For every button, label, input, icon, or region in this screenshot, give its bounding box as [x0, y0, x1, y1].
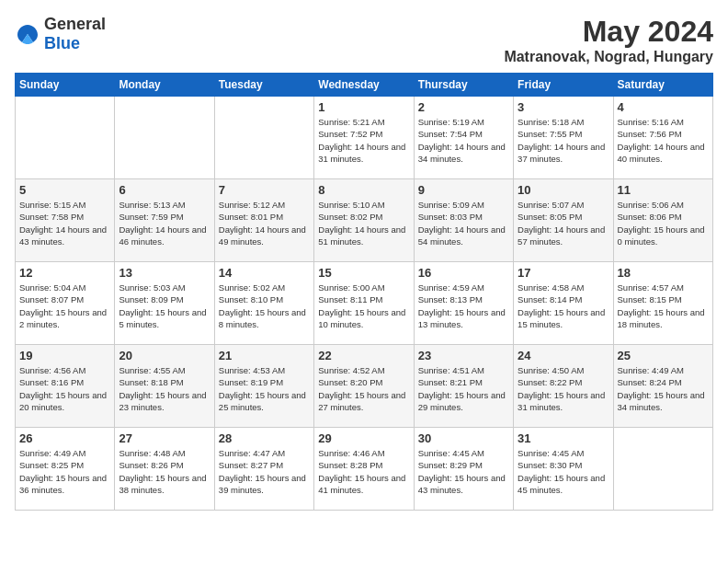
day-info: Sunrise: 4:48 AMSunset: 8:26 PMDaylight:… [119, 447, 210, 496]
logo-blue: Blue [44, 34, 80, 52]
day-number: 9 [418, 183, 509, 197]
calendar-cell: 15Sunrise: 5:00 AMSunset: 8:11 PMDayligh… [314, 262, 414, 345]
day-info: Sunrise: 4:57 AMSunset: 8:15 PMDaylight:… [618, 282, 709, 330]
weekday-header-saturday: Saturday [613, 74, 712, 97]
day-info: Sunrise: 5:10 AMSunset: 8:02 PMDaylight:… [318, 199, 409, 247]
day-number: 16 [418, 266, 509, 280]
day-number: 31 [518, 431, 609, 445]
calendar-cell: 1Sunrise: 5:21 AMSunset: 7:52 PMDaylight… [314, 97, 414, 179]
day-info: Sunrise: 4:50 AMSunset: 8:22 PMDaylight:… [518, 364, 609, 413]
day-number: 1 [318, 100, 409, 114]
day-number: 29 [318, 431, 409, 445]
day-info: Sunrise: 4:51 AMSunset: 8:21 PMDaylight:… [418, 364, 509, 413]
day-info: Sunrise: 5:00 AMSunset: 8:11 PMDaylight:… [318, 282, 409, 330]
day-number: 5 [19, 183, 110, 197]
calendar-cell: 27Sunrise: 4:48 AMSunset: 8:26 PMDayligh… [115, 428, 214, 511]
day-info: Sunrise: 4:52 AMSunset: 8:20 PMDaylight:… [318, 364, 409, 413]
calendar-cell: 9Sunrise: 5:09 AMSunset: 8:03 PMDaylight… [414, 179, 513, 262]
calendar-cell: 29Sunrise: 4:46 AMSunset: 8:28 PMDayligh… [314, 428, 414, 511]
day-info: Sunrise: 5:09 AMSunset: 8:03 PMDaylight:… [418, 199, 509, 247]
day-number: 23 [418, 349, 509, 362]
day-number: 15 [318, 266, 409, 280]
day-info: Sunrise: 4:46 AMSunset: 8:28 PMDaylight:… [318, 447, 409, 496]
day-number: 24 [518, 349, 609, 362]
weekday-header-friday: Friday [514, 74, 613, 97]
weekday-header-sunday: Sunday [16, 74, 115, 97]
day-number: 25 [618, 349, 709, 362]
day-number: 4 [618, 100, 709, 114]
day-number: 26 [19, 431, 110, 445]
calendar-cell: 13Sunrise: 5:03 AMSunset: 8:09 PMDayligh… [115, 262, 214, 345]
day-info: Sunrise: 4:58 AMSunset: 8:14 PMDaylight:… [518, 282, 609, 330]
calendar-cell: 11Sunrise: 5:06 AMSunset: 8:06 PMDayligh… [613, 179, 712, 262]
week-row-2: 5Sunrise: 5:15 AMSunset: 7:58 PMDaylight… [16, 179, 713, 262]
header: General Blue May 2024 Matranovak, Nograd… [15, 15, 713, 65]
calendar-cell [613, 428, 712, 511]
calendar-cell: 7Sunrise: 5:12 AMSunset: 8:01 PMDaylight… [214, 179, 313, 262]
day-info: Sunrise: 5:04 AMSunset: 8:07 PMDaylight:… [19, 282, 110, 330]
weekday-header-wednesday: Wednesday [314, 74, 414, 97]
weekday-header-tuesday: Tuesday [214, 74, 313, 97]
day-info: Sunrise: 4:45 AMSunset: 8:30 PMDaylight:… [518, 447, 609, 496]
calendar-cell: 12Sunrise: 5:04 AMSunset: 8:07 PMDayligh… [16, 262, 115, 345]
calendar-cell: 10Sunrise: 5:07 AMSunset: 8:05 PMDayligh… [514, 179, 613, 262]
calendar-cell: 3Sunrise: 5:18 AMSunset: 7:55 PMDaylight… [514, 97, 613, 179]
day-info: Sunrise: 4:59 AMSunset: 8:13 PMDaylight:… [418, 282, 509, 330]
day-info: Sunrise: 4:53 AMSunset: 8:19 PMDaylight:… [219, 364, 310, 413]
day-number: 17 [518, 266, 609, 280]
day-info: Sunrise: 5:18 AMSunset: 7:55 PMDaylight:… [518, 116, 609, 165]
calendar-cell: 16Sunrise: 4:59 AMSunset: 8:13 PMDayligh… [414, 262, 513, 345]
day-number: 11 [618, 183, 709, 197]
day-info: Sunrise: 5:19 AMSunset: 7:54 PMDaylight:… [418, 116, 509, 165]
day-number: 30 [418, 431, 509, 445]
weekday-header-monday: Monday [115, 74, 214, 97]
day-number: 10 [518, 183, 609, 197]
day-number: 6 [119, 183, 210, 197]
day-number: 2 [418, 100, 509, 114]
calendar-cell: 26Sunrise: 4:49 AMSunset: 8:25 PMDayligh… [16, 428, 115, 511]
day-info: Sunrise: 5:02 AMSunset: 8:10 PMDaylight:… [219, 282, 310, 330]
calendar-table: SundayMondayTuesdayWednesdayThursdayFrid… [15, 73, 713, 511]
location-title: Matranovak, Nograd, Hungary [504, 49, 713, 65]
day-number: 28 [219, 431, 310, 445]
calendar-cell: 6Sunrise: 5:13 AMSunset: 7:59 PMDaylight… [115, 179, 214, 262]
week-row-4: 19Sunrise: 4:56 AMSunset: 8:16 PMDayligh… [16, 345, 713, 428]
calendar-cell: 22Sunrise: 4:52 AMSunset: 8:20 PMDayligh… [314, 345, 414, 428]
week-row-3: 12Sunrise: 5:04 AMSunset: 8:07 PMDayligh… [16, 262, 713, 345]
day-number: 18 [618, 266, 709, 280]
calendar-cell [16, 97, 115, 179]
day-number: 13 [119, 266, 210, 280]
calendar-cell: 25Sunrise: 4:49 AMSunset: 8:24 PMDayligh… [613, 345, 712, 428]
calendar-cell: 30Sunrise: 4:45 AMSunset: 8:29 PMDayligh… [414, 428, 513, 511]
day-number: 21 [219, 349, 310, 362]
logo-icon [15, 21, 40, 47]
day-info: Sunrise: 4:45 AMSunset: 8:29 PMDaylight:… [418, 447, 509, 496]
logo-general: General [44, 15, 106, 33]
month-title: May 2024 [504, 15, 713, 49]
calendar-cell: 2Sunrise: 5:19 AMSunset: 7:54 PMDaylight… [414, 97, 513, 179]
week-row-1: 1Sunrise: 5:21 AMSunset: 7:52 PMDaylight… [16, 97, 713, 179]
calendar-cell: 14Sunrise: 5:02 AMSunset: 8:10 PMDayligh… [214, 262, 313, 345]
day-info: Sunrise: 5:12 AMSunset: 8:01 PMDaylight:… [219, 199, 310, 247]
calendar-cell: 19Sunrise: 4:56 AMSunset: 8:16 PMDayligh… [16, 345, 115, 428]
weekday-header-row: SundayMondayTuesdayWednesdayThursdayFrid… [16, 74, 713, 97]
calendar-cell: 28Sunrise: 4:47 AMSunset: 8:27 PMDayligh… [214, 428, 313, 511]
day-info: Sunrise: 4:49 AMSunset: 8:24 PMDaylight:… [618, 364, 709, 413]
day-info: Sunrise: 5:15 AMSunset: 7:58 PMDaylight:… [19, 199, 110, 247]
calendar-cell [214, 97, 313, 179]
day-info: Sunrise: 4:55 AMSunset: 8:18 PMDaylight:… [119, 364, 210, 413]
day-info: Sunrise: 5:07 AMSunset: 8:05 PMDaylight:… [518, 199, 609, 247]
calendar-cell [115, 97, 214, 179]
day-number: 20 [119, 349, 210, 362]
day-info: Sunrise: 4:47 AMSunset: 8:27 PMDaylight:… [219, 447, 310, 496]
day-number: 22 [318, 349, 409, 362]
calendar-cell: 21Sunrise: 4:53 AMSunset: 8:19 PMDayligh… [214, 345, 313, 428]
day-number: 7 [219, 183, 310, 197]
day-number: 3 [518, 100, 609, 114]
calendar-cell: 31Sunrise: 4:45 AMSunset: 8:30 PMDayligh… [514, 428, 613, 511]
logo-text: General Blue [44, 15, 106, 53]
day-info: Sunrise: 5:21 AMSunset: 7:52 PMDaylight:… [318, 116, 409, 165]
calendar-cell: 5Sunrise: 5:15 AMSunset: 7:58 PMDaylight… [16, 179, 115, 262]
calendar-cell: 8Sunrise: 5:10 AMSunset: 8:02 PMDaylight… [314, 179, 414, 262]
calendar-cell: 24Sunrise: 4:50 AMSunset: 8:22 PMDayligh… [514, 345, 613, 428]
